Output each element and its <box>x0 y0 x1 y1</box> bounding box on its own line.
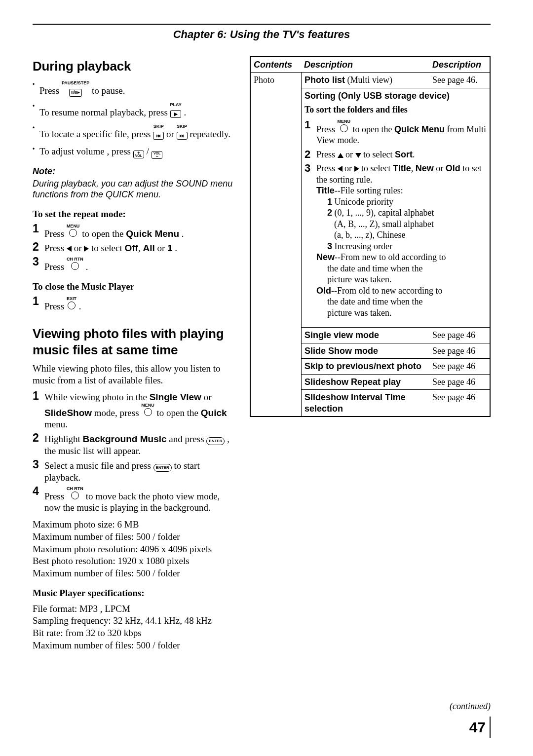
table-header: Contents Description Description <box>251 57 490 73</box>
left-column: During playback Press PAUSE/STEP II/II▸ … <box>33 56 235 652</box>
row-sorting: Sorting (Only USB storage device) To sor… <box>302 88 490 328</box>
up-arrow-icon <box>338 153 343 158</box>
step-3: 3 Select a music file and press ENTER to… <box>33 460 235 484</box>
chapter-title: Chapter 6: Using the TV's features <box>33 28 491 41</box>
row-repeat-play: Slideshow Repeat play See page 46 <box>302 374 490 390</box>
page-number-wrap: 47 <box>469 717 491 738</box>
left-arrow-icon <box>67 246 72 252</box>
page-number-rule <box>490 717 491 738</box>
manual-page: Chapter 6: Using the TV's features Durin… <box>0 0 533 756</box>
step-4: 4 Press CH RTN to move back the photo vi… <box>33 487 235 514</box>
enter-key-icon: ENTER <box>153 464 172 472</box>
right-arrow-icon <box>354 166 359 172</box>
sort-step-3: 3 Press or to select Title, New <box>305 163 487 318</box>
step-1: 1 Press EXIT . <box>33 297 235 312</box>
enter-key-icon: ENTER <box>206 437 225 445</box>
continued-label: (continued) <box>450 701 491 712</box>
row-interval-time: Slideshow Interval Time selection See pa… <box>302 389 490 416</box>
photo-row-label: Photo <box>251 73 302 416</box>
heading-photo-music: Viewing photo files with playing music f… <box>33 326 235 358</box>
music-specs: File format: MP3 , LPCM Sampling frequen… <box>33 603 235 651</box>
sort-step-2: 2 Press or to select Sort. <box>305 149 487 160</box>
playback-bullets: Press PAUSE/STEP II/II▸ to pause. To res… <box>33 81 235 159</box>
subheading-music-specs: Music Player specifications: <box>33 587 235 599</box>
repeat-steps: 1 Press MENU to open the Quick Menu . 2 <box>33 224 235 273</box>
vol-up-key-icon: +VOL <box>133 151 144 158</box>
th-description: Description <box>301 57 429 73</box>
header-rule <box>33 24 491 25</box>
ch-rtn-key-icon: CH RTN <box>67 487 83 501</box>
row-slide-show: Slide Show mode See page 46 <box>302 343 490 359</box>
step-3: 3 Press CH RTN . <box>33 257 235 273</box>
play-key-icon: PLAY ▶ <box>170 103 182 118</box>
menu-key-icon: MENU <box>67 224 80 238</box>
two-column-layout: During playback Press PAUSE/STEP II/II▸ … <box>33 56 491 652</box>
ch-rtn-key-icon: CH RTN <box>67 257 83 271</box>
left-arrow-icon <box>338 166 343 172</box>
right-column: Contents Description Description Photo P… <box>250 56 491 652</box>
right-arrow-icon <box>84 246 89 252</box>
note-label: Note: <box>33 166 235 177</box>
menu-key-icon: MENU <box>141 403 154 417</box>
sort-step-1: 1 Press MENU to open the Quick Menu <box>305 119 487 146</box>
skip-prev-key-icon: SKIP ⏮ <box>153 124 164 140</box>
photo-steps: 1 While viewing photo in the Single View… <box>33 391 235 514</box>
note-text: During playback, you can adjust the SOUN… <box>33 178 235 200</box>
vol-dn-key-icon: VOL− <box>152 151 162 159</box>
skip-next-key-icon: SKIP ⏭ <box>177 124 188 140</box>
close-steps: 1 Press EXIT . <box>33 297 235 312</box>
row-skip-photo: Skip to previous/next photo See page 46 <box>302 358 490 374</box>
bullet-skip: To locate a specific file, press SKIP ⏮ … <box>33 124 235 140</box>
exit-key-icon: EXIT <box>67 297 76 311</box>
menu-key-icon: MENU <box>338 119 351 134</box>
step-1: 1 While viewing photo in the Single View… <box>33 391 235 430</box>
step-2: 2 Highlight Background Music and press E… <box>33 433 235 457</box>
photo-intro-text: While viewing photo files, this allow yo… <box>33 363 235 386</box>
subheading-close-player: To close the Music Player <box>33 281 235 293</box>
page-number: 47 <box>469 718 486 737</box>
row-photo-list: Photo list (Multi view) See page 46. <box>302 73 490 88</box>
step-1: 1 Press MENU to open the Quick Menu . <box>33 224 235 240</box>
bullet-pause: Press PAUSE/STEP II/II▸ to pause. <box>33 81 235 97</box>
th-contents: Contents <box>251 57 301 73</box>
bullet-volume: To adjust volume , press +VOL / VOL− <box>33 146 235 159</box>
row-single-view: Single view mode See page 46 <box>302 327 490 343</box>
step-2: 2 Press or to select Off, All or 1 . <box>33 242 235 254</box>
bullet-resume: To resume normal playback, press PLAY ▶ … <box>33 103 235 118</box>
heading-during-playback: During playback <box>33 58 235 75</box>
th-description-2: Description <box>429 57 490 73</box>
down-arrow-icon <box>355 153 361 158</box>
photo-table: Contents Description Description Photo P… <box>250 56 491 417</box>
subheading-repeat: To set the repeat mode: <box>33 208 235 220</box>
pause-step-key-icon: PAUSE/STEP II/II▸ <box>62 81 89 97</box>
photo-specs: Maximum photo size: 6 MB Maximum number … <box>33 519 235 579</box>
